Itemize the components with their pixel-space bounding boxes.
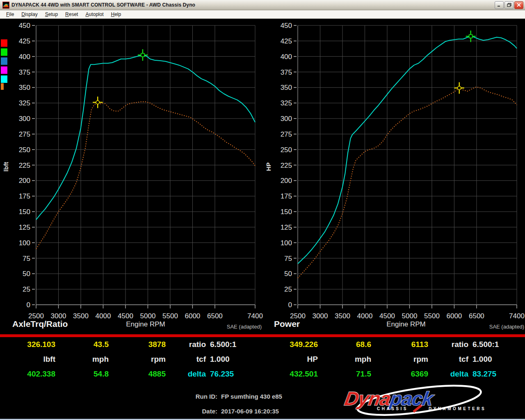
svg-text:400: 400 (281, 53, 292, 61)
tcf-label: tcf (166, 355, 206, 364)
power-y-unit-label: HP (265, 159, 272, 175)
tcf-value: 1.000 (468, 355, 492, 364)
close-button[interactable] (514, 1, 523, 9)
svg-text:125: 125 (19, 224, 30, 231)
run-date-value: 2017-06-09 16:20:35 (217, 408, 279, 415)
svg-text:0: 0 (27, 301, 30, 309)
svg-text:3000: 3000 (313, 312, 328, 320)
svg-text:275: 275 (19, 130, 30, 138)
cursor1-power-value: 349.226 (262, 340, 318, 349)
restore-button[interactable] (504, 1, 514, 9)
svg-text:375: 375 (281, 68, 292, 76)
cursor1-torque-value: 326.103 (0, 340, 55, 349)
chart-area: 0255075100125150175200225250275300325350… (0, 19, 525, 419)
svg-text:6000: 6000 (185, 312, 201, 320)
cursor1-rpm-value: 6113 (371, 340, 428, 349)
power-unit-label: HP (262, 355, 318, 364)
svg-text:325: 325 (19, 99, 30, 107)
svg-text:250: 250 (281, 146, 292, 154)
svg-text:25: 25 (284, 285, 292, 293)
svg-text:225: 225 (281, 162, 292, 169)
svg-text:75: 75 (23, 255, 30, 262)
cursor2-speed-value: 71.5 (318, 370, 371, 379)
svg-text:225: 225 (19, 162, 30, 169)
torque-units-row: lbft mph rpm tcf 1.000 (0, 352, 262, 367)
svg-text:4500: 4500 (118, 312, 133, 320)
power-chart-title: Power (274, 319, 300, 329)
svg-text:150: 150 (19, 208, 30, 216)
delta-label: delta (428, 370, 468, 379)
cursor1-power-row: 349.226 68.6 6113 ratio 6.500:1 (262, 337, 525, 352)
power-chart-canvas[interactable]: 0255075100125150175200225250275300325350… (262, 19, 525, 322)
menu-item-setup[interactable]: Setup (41, 11, 62, 18)
ratio-value: 6.500:1 (206, 340, 236, 349)
svg-text:175: 175 (19, 192, 30, 200)
svg-text:4000: 4000 (96, 312, 111, 320)
menu-item-display[interactable]: Display (18, 11, 41, 18)
run-date-label: Date: (0, 408, 217, 415)
run1-power-dotted (298, 87, 517, 278)
svg-text:7400: 7400 (247, 312, 263, 320)
delta-label: delta (166, 370, 206, 379)
torque-unit-label: lbft (0, 355, 55, 364)
svg-text:4500: 4500 (379, 312, 395, 320)
svg-text:200: 200 (281, 177, 292, 185)
svg-text:300: 300 (281, 115, 292, 123)
torque-chart-title: AxleTrq/Ratio (12, 319, 68, 329)
cursor2-speed-value: 54.8 (55, 370, 109, 379)
svg-text:6500: 6500 (207, 312, 223, 320)
svg-text:7400: 7400 (509, 312, 525, 320)
menu-item-reset[interactable]: Reset (62, 11, 82, 18)
cursor2-power-value: 432.501 (262, 370, 318, 379)
rpm-unit-label: rpm (109, 355, 166, 364)
svg-text:150: 150 (281, 208, 292, 216)
run-date-row: Date: 2017-06-09 16:20:35 (0, 408, 291, 415)
svg-text:350: 350 (19, 84, 30, 91)
run2-power-solid (298, 36, 517, 264)
svg-text:25: 25 (23, 285, 30, 293)
svg-text:3500: 3500 (335, 312, 350, 320)
svg-text:5000: 5000 (140, 312, 156, 320)
separator-bar (0, 334, 525, 337)
rpm-unit-label: rpm (371, 355, 428, 364)
cursor2-rpm-value: 6369 (371, 370, 428, 379)
svg-text:6500: 6500 (469, 312, 484, 320)
ratio-label: ratio (166, 340, 206, 349)
minimize-button[interactable] (495, 1, 504, 9)
logo-text-chassis: CHASSIS (377, 406, 408, 411)
run-id-row: Run ID: FP sumthing 430 e85 (0, 393, 291, 400)
svg-text:3500: 3500 (73, 312, 89, 320)
tcf-value: 1.000 (206, 355, 230, 364)
cursor2-torque-row: 402.338 54.8 4885 delta 76.235 (0, 367, 262, 381)
svg-text:450: 450 (19, 22, 30, 30)
svg-text:350: 350 (281, 84, 292, 91)
power-units-row: HP mph rpm tcf 1.000 (262, 352, 525, 367)
svg-text:400: 400 (19, 53, 30, 61)
svg-text:100: 100 (281, 239, 292, 247)
torque-chart-canvas[interactable]: 0255075100125150175200225250275300325350… (0, 19, 265, 322)
cursor1-torque-row: 326.103 43.5 3878 ratio 6.500:1 (0, 337, 262, 352)
cursor2-torque-value: 402.338 (0, 370, 55, 379)
menu-item-file[interactable]: File (2, 11, 18, 18)
cursor1-rpm-value: 3878 (109, 340, 166, 349)
ratio-value: 6.500:1 (468, 340, 499, 349)
menu-item-autoplot[interactable]: Autoplot (82, 11, 107, 18)
delta-value: 76.235 (206, 370, 234, 379)
delta-value: 83.275 (468, 370, 496, 379)
app-icon (2, 2, 9, 9)
svg-text:300: 300 (19, 115, 30, 123)
svg-text:75: 75 (284, 255, 292, 262)
title-bar[interactable]: DYNAPACK 44 4WD with SMART CONTROL SOFTW… (0, 0, 525, 10)
svg-text:5500: 5500 (424, 312, 440, 320)
run1-torque-dotted (36, 102, 255, 249)
menu-item-help[interactable]: Help (107, 11, 125, 18)
svg-text:250: 250 (19, 146, 30, 154)
svg-text:100: 100 (19, 239, 30, 247)
cursor-run2-marker (138, 49, 148, 61)
svg-text:0: 0 (288, 301, 292, 309)
svg-text:175: 175 (281, 192, 292, 200)
cursor-run2-marker (466, 30, 476, 42)
svg-text:325: 325 (281, 99, 292, 107)
torque-x-axis-label: Engine RPM (105, 320, 187, 329)
dynapack-logo: Dynapack CHASSIS DYNAMOMETERS (337, 383, 500, 419)
